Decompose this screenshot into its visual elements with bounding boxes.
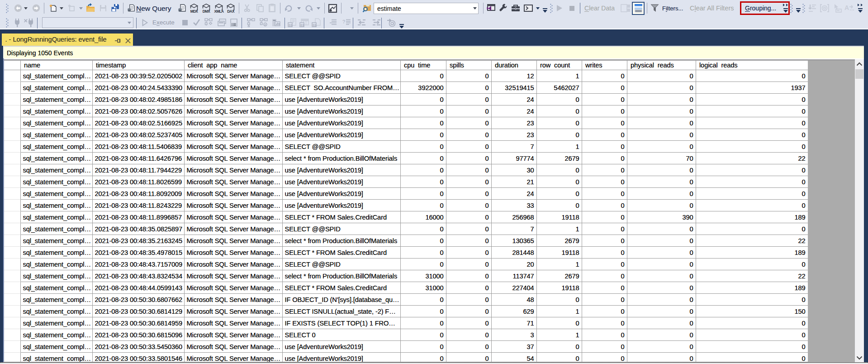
svg-text:DMX: DMX <box>203 10 211 13</box>
svg-text:01: 01 <box>313 23 316 27</box>
svg-text:A: A <box>844 4 849 11</box>
svg-text:MDX: MDX <box>190 10 199 13</box>
svg-text:?: ? <box>342 19 345 24</box>
svg-text:01: 01 <box>289 23 292 27</box>
svg-text:01: 01 <box>300 23 304 27</box>
svg-text:DAX: DAX <box>227 10 235 13</box>
svg-text:XMLA: XMLA <box>214 10 224 13</box>
